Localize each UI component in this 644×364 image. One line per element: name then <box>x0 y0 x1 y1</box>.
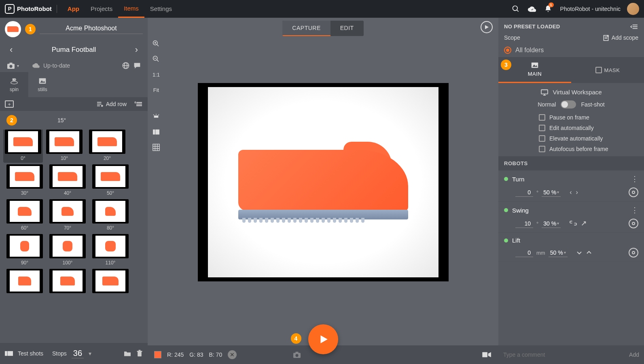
robots-header: ROBOTS <box>498 156 644 170</box>
zoom-out-icon[interactable] <box>150 54 162 64</box>
thumb-120[interactable] <box>5 269 44 293</box>
zoom-in-icon[interactable] <box>150 39 162 49</box>
robot-turn-menu[interactable]: ⋮ <box>631 175 638 183</box>
zoom-fit[interactable]: Fit <box>150 85 162 95</box>
zoom-1to1[interactable]: 1:1 <box>150 70 162 79</box>
grid-tool-icon[interactable] <box>150 143 162 152</box>
avatar[interactable] <box>627 3 639 15</box>
virtual-workspace-button[interactable]: Virtual Workspace <box>504 89 638 96</box>
turn-target-icon[interactable] <box>629 187 638 197</box>
thumb-110[interactable]: 110° <box>91 234 130 266</box>
next-item-button[interactable]: › <box>132 43 141 57</box>
add-scope-button[interactable]: Add scope <box>603 34 638 41</box>
comment-input[interactable] <box>503 351 625 358</box>
thumb-30[interactable]: 30° <box>5 164 44 196</box>
project-title[interactable]: Acme Photoshoot <box>40 25 143 34</box>
lift-target-icon[interactable] <box>629 248 638 258</box>
lift-up-icon[interactable] <box>586 250 592 255</box>
thumb-130[interactable] <box>48 269 87 293</box>
add-folder-icon[interactable]: + <box>5 100 14 108</box>
thumb-40[interactable]: 40° <box>48 164 87 196</box>
svg-rect-37 <box>153 130 155 134</box>
nav-items[interactable]: Items <box>118 0 144 18</box>
svg-rect-20 <box>5 351 7 356</box>
left-panel: 1 Acme Photoshoot ‹ Puma Football › ▾ Up… <box>0 18 148 364</box>
lift-down-icon[interactable] <box>576 250 582 255</box>
fast-shot-toggle[interactable] <box>561 100 576 109</box>
play-preview-button[interactable] <box>481 21 493 33</box>
swing-link-icon[interactable] <box>570 221 577 226</box>
check-edit-auto[interactable] <box>539 125 545 131</box>
thumb-140[interactable] <box>91 269 130 293</box>
lift-speed[interactable]: 50 %▾ <box>549 249 568 257</box>
add-row-button[interactable]: Add row <box>96 101 127 107</box>
turn-value[interactable]: 0 <box>515 188 533 197</box>
delete-icon[interactable] <box>136 350 143 357</box>
nav-app[interactable]: App <box>62 0 85 18</box>
thumb-90[interactable]: 90° <box>5 234 44 266</box>
tab-mask[interactable]: MASK <box>571 57 644 83</box>
svg-marker-44 <box>320 335 327 343</box>
liveview-icon[interactable] <box>482 351 492 358</box>
panel-collapse-icon[interactable] <box>630 24 638 30</box>
project-thumb[interactable] <box>5 21 21 37</box>
camera-capture-icon[interactable] <box>292 351 301 358</box>
thumb-70[interactable]: 70° <box>48 199 87 231</box>
folder-icon[interactable] <box>123 350 131 357</box>
check-autofocus[interactable] <box>539 146 545 152</box>
item-name[interactable]: Puma Football <box>52 46 96 54</box>
tab-spin[interactable]: 3D spin <box>0 72 28 97</box>
status-dot <box>504 208 508 212</box>
camera-menu-icon[interactable]: ▾ <box>6 62 19 69</box>
globe-icon[interactable] <box>122 62 130 70</box>
turn-prev-icon[interactable]: ‹ <box>570 189 572 196</box>
scope-radio-all[interactable] <box>504 47 511 54</box>
swing-value[interactable]: 10 <box>515 219 533 228</box>
view-tools: 1:1 Fit <box>150 39 162 152</box>
highlight-tool-icon[interactable] <box>150 112 162 121</box>
logo-mark-icon: P <box>5 4 15 14</box>
turn-next-icon[interactable]: › <box>576 189 578 196</box>
tab-stills[interactable]: stills <box>28 72 57 97</box>
lift-value[interactable]: 0 <box>515 249 533 257</box>
thumb-20[interactable]: 20° <box>87 130 127 161</box>
cloud-sync-icon[interactable] <box>524 1 540 17</box>
check-pause[interactable] <box>539 114 545 121</box>
mode-edit[interactable]: EDIT <box>330 21 364 36</box>
mode-capture[interactable]: CAPTURE <box>282 21 330 36</box>
app-header: P PhotoRobot App Projects Items Settings… <box>0 0 644 18</box>
thumb-80[interactable]: 80° <box>91 199 130 231</box>
mask-checkbox[interactable] <box>595 67 602 73</box>
thumb-100[interactable]: 100° <box>48 234 87 266</box>
comment-icon[interactable] <box>133 62 141 69</box>
nav-projects[interactable]: Projects <box>85 0 118 18</box>
reorder-icon[interactable] <box>135 101 143 107</box>
swing-speed[interactable]: 30 %▾ <box>542 219 561 228</box>
user-label[interactable]: PhotoRobot - unitechnic <box>560 6 621 12</box>
test-shots-icon[interactable] <box>5 350 13 357</box>
svg-rect-38 <box>155 130 159 134</box>
svg-line-31 <box>157 60 159 62</box>
check-elevate-auto[interactable] <box>539 135 545 142</box>
turn-speed[interactable]: 50 %▾ <box>542 188 561 197</box>
notifications-icon[interactable]: 1 <box>540 1 556 17</box>
prev-item-button[interactable]: ‹ <box>6 43 16 57</box>
robot-swing-menu[interactable]: ⋮ <box>631 206 638 215</box>
nav-settings[interactable]: Settings <box>144 0 178 18</box>
thumb-0[interactable]: 0° <box>3 130 43 163</box>
cancel-icon[interactable]: ✕ <box>228 350 237 359</box>
capture-button[interactable] <box>308 324 338 354</box>
thumb-60[interactable]: 60° <box>5 199 44 231</box>
search-icon[interactable] <box>508 1 524 17</box>
swing-diag-icon[interactable] <box>581 221 587 226</box>
thumb-10[interactable]: 10° <box>44 130 84 161</box>
stops-value[interactable]: 36 <box>72 349 84 358</box>
add-comment-button[interactable]: Add <box>629 351 639 358</box>
status-dot <box>504 238 508 243</box>
preview-area[interactable] <box>148 63 498 301</box>
color-r: R: 245 <box>167 351 184 358</box>
compare-tool-icon[interactable] <box>150 127 162 137</box>
test-shots-label[interactable]: Test shots <box>18 350 43 357</box>
thumb-50[interactable]: 50° <box>91 164 130 196</box>
swing-target-icon[interactable] <box>629 219 638 228</box>
